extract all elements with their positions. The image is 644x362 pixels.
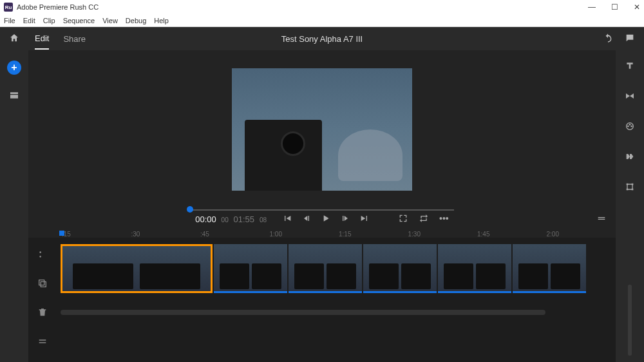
clip-thumbnail — [294, 263, 324, 289]
clip-thumbnail — [551, 263, 580, 289]
step-back-icon[interactable] — [301, 213, 312, 225]
preview-background-object — [338, 129, 402, 181]
clip-thumbnail — [518, 263, 548, 289]
clip-thumbnail — [220, 263, 249, 289]
playback-controls: 00:00 00 01:55 08 ••• — [28, 213, 616, 225]
clip-row — [61, 244, 612, 293]
project-title: Test Sony Alpha A7 III — [281, 34, 363, 44]
close-button[interactable]: ✕ — [634, 3, 640, 12]
timeline-options-icon[interactable] — [596, 213, 607, 225]
minimize-button[interactable]: — — [588, 3, 596, 12]
center-panel: 00:00 00 01:55 08 ••• :15 :30 — [28, 50, 616, 362]
svg-point-3 — [627, 126, 629, 128]
menu-view[interactable]: View — [102, 17, 118, 24]
ruler-tick: :30 — [131, 231, 201, 238]
tab-edit[interactable]: Edit — [35, 28, 49, 50]
scissors-icon[interactable] — [37, 249, 48, 262]
clip-thumbnail — [327, 263, 356, 289]
ruler-tick: 1:45 — [477, 231, 547, 238]
timecode: 00:00 00 01:55 08 — [195, 214, 267, 224]
step-forward-icon[interactable] — [340, 213, 350, 225]
timeline-clip[interactable] — [438, 244, 511, 293]
titles-icon[interactable] — [625, 61, 635, 73]
menu-help[interactable]: Help — [154, 17, 169, 24]
timeline-ruler[interactable]: :15 :30 :45 1:00 1:15 1:30 1:45 2:00 — [28, 231, 616, 238]
clip-thumbnail — [476, 263, 506, 289]
clip-thumbnail — [401, 263, 431, 289]
horizontal-scrollbar[interactable] — [61, 310, 545, 315]
video-preview[interactable] — [28, 50, 616, 208]
menu-sequence[interactable]: Sequence — [63, 17, 95, 24]
delete-icon[interactable] — [37, 307, 48, 319]
timeline-clip[interactable] — [289, 244, 362, 293]
ruler-tick: 1:00 — [270, 231, 339, 238]
timeline-clip[interactable] — [363, 244, 437, 293]
timecode-duration-frames: 08 — [260, 216, 267, 224]
fullscreen-icon[interactable] — [398, 213, 408, 225]
svg-point-1 — [629, 124, 631, 126]
transform-icon[interactable] — [625, 182, 635, 194]
more-icon[interactable]: ••• — [439, 213, 449, 225]
menubar: File Edit Clip Sequence View Debug Help — [0, 14, 644, 27]
track-collapse-icon[interactable] — [37, 336, 48, 348]
speed-icon[interactable] — [625, 151, 635, 164]
clip-thumbnail — [252, 263, 281, 289]
right-sidebar — [616, 50, 644, 362]
color-icon[interactable] — [625, 121, 635, 133]
audio-meter — [628, 285, 632, 356]
ruler-tick: 1:30 — [408, 231, 478, 238]
clip-thumbnail — [444, 263, 473, 289]
ruler-tick: :15 — [62, 231, 131, 238]
timecode-duration: 01:55 — [234, 214, 255, 224]
timecode-current: 00:00 — [195, 214, 216, 224]
transitions-icon[interactable] — [625, 91, 635, 103]
comment-icon[interactable] — [625, 33, 635, 45]
playhead-icon[interactable] — [59, 231, 64, 236]
app-icon: Ru — [4, 3, 13, 12]
timeline-area — [28, 238, 616, 362]
window-titlebar: Ru Adobe Premiere Rush CC — ☐ ✕ — [0, 0, 644, 14]
home-icon[interactable] — [9, 33, 19, 45]
menu-debug[interactable]: Debug — [126, 17, 146, 24]
timeline-clip[interactable] — [513, 244, 586, 293]
maximize-button[interactable]: ☐ — [611, 3, 618, 12]
clip-thumbnail — [73, 263, 133, 289]
preview-camera-object — [245, 120, 322, 191]
clip-thumbnail — [140, 263, 200, 289]
clip-thumbnail — [369, 263, 399, 289]
menu-clip[interactable]: Clip — [43, 17, 55, 24]
timeline-clip[interactable] — [61, 244, 213, 293]
timeline-clip[interactable] — [214, 244, 287, 293]
play-icon[interactable] — [321, 213, 331, 225]
ruler-tick: :45 — [200, 231, 270, 238]
tab-share[interactable]: Share — [63, 29, 86, 49]
window-title: Adobe Premiere Rush CC — [17, 3, 99, 11]
duplicate-icon[interactable] — [37, 278, 48, 291]
menu-file[interactable]: File — [4, 17, 15, 24]
loop-icon[interactable] — [419, 213, 429, 225]
ruler-tick: 2:00 — [547, 231, 616, 238]
ruler-tick: 1:15 — [339, 231, 408, 238]
preview-camera-lens — [281, 131, 305, 156]
scrub-track — [190, 209, 454, 211]
timeline-track[interactable] — [57, 238, 616, 362]
svg-point-2 — [630, 126, 632, 128]
app-toolbar: Edit Share Test Sony Alpha A7 III — [0, 27, 644, 50]
goto-end-icon[interactable] — [359, 213, 370, 225]
undo-icon[interactable] — [603, 33, 613, 45]
scrub-knob[interactable] — [187, 206, 193, 213]
add-media-button[interactable]: + — [7, 61, 21, 75]
left-sidebar: + — [0, 50, 28, 362]
timeline-tools — [28, 238, 57, 362]
menu-edit[interactable]: Edit — [23, 17, 35, 24]
goto-start-icon[interactable] — [282, 213, 292, 225]
preview-frame — [232, 68, 412, 191]
timecode-current-frames: 00 — [222, 216, 229, 224]
project-panel-icon[interactable] — [9, 90, 19, 102]
